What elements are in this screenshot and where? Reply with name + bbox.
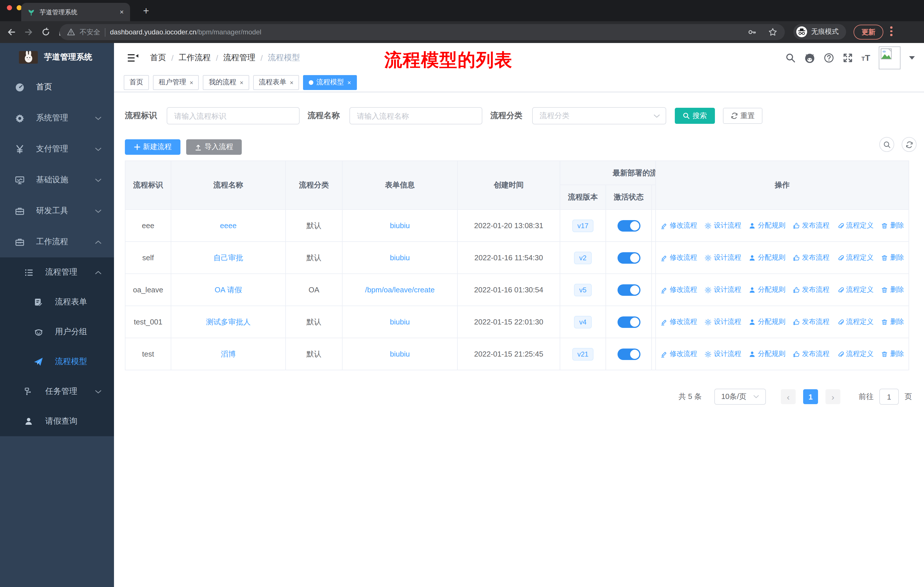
search-button[interactable]: 搜索 xyxy=(675,108,715,124)
process-name-link[interactable]: OA 请假 xyxy=(214,284,242,295)
process-definition-action[interactable]: 流程定义 xyxy=(837,349,874,359)
update-button[interactable]: 更新 xyxy=(853,25,883,40)
deploy-process-action[interactable]: 发布流程 xyxy=(793,253,830,263)
deploy-process-action[interactable]: 发布流程 xyxy=(793,285,830,294)
close-icon[interactable]: × xyxy=(190,79,193,86)
star-icon[interactable] xyxy=(768,28,777,37)
tag-process-model[interactable]: 流程模型× xyxy=(303,75,357,90)
sidebar-item-process-form[interactable]: 流程表单 xyxy=(0,287,114,317)
modify-process-action[interactable]: 修改流程 xyxy=(660,349,697,359)
sidebar-item-process-management[interactable]: 流程管理 xyxy=(0,257,114,287)
delete-action[interactable]: 删除 xyxy=(881,349,904,359)
breadcrumb-item[interactable]: 工作流程 xyxy=(179,53,211,63)
modify-process-action[interactable]: 修改流程 xyxy=(660,317,697,327)
tag-home[interactable]: 首页 xyxy=(124,75,149,90)
sidebar-item-task-management[interactable]: 任务管理 xyxy=(0,377,114,407)
close-icon[interactable]: × xyxy=(240,79,243,86)
warning-icon[interactable] xyxy=(67,28,75,36)
font-size-icon[interactable]: TT xyxy=(861,53,870,63)
forward-icon[interactable] xyxy=(22,25,36,39)
new-tab-button[interactable]: + xyxy=(139,4,153,18)
form-info-link[interactable]: /bpm/oa/leave/create xyxy=(365,286,435,294)
reset-button[interactable]: 重置 xyxy=(723,108,762,124)
url-text[interactable]: dashboard.yudao.iocoder.cn/bpm/manager/m… xyxy=(110,28,736,36)
security-warning-label[interactable]: 不安全 xyxy=(80,27,100,37)
fullscreen-icon[interactable] xyxy=(842,53,853,63)
sidebar-item-infrastructure[interactable]: 基础设施 xyxy=(0,165,114,195)
sidebar-item-workflow[interactable]: 工作流程 xyxy=(0,227,114,257)
deploy-process-action[interactable]: 发布流程 xyxy=(793,349,830,359)
assign-rule-action[interactable]: 分配规则 xyxy=(749,317,785,327)
breadcrumb-item[interactable]: 流程管理 xyxy=(223,53,256,63)
process-name-link[interactable]: 滔博 xyxy=(221,349,236,359)
active-toggle[interactable] xyxy=(617,220,640,231)
breadcrumb-item[interactable]: 首页 xyxy=(150,53,166,63)
assign-rule-action[interactable]: 分配规则 xyxy=(749,221,785,230)
form-info-link[interactable]: biubiu xyxy=(390,221,409,230)
process-name-link[interactable]: 自己审批 xyxy=(213,253,243,263)
design-process-action[interactable]: 设计流程 xyxy=(705,349,741,359)
close-window-button[interactable] xyxy=(7,5,12,10)
process-key-input[interactable] xyxy=(167,107,300,124)
reload-icon[interactable] xyxy=(39,25,53,39)
form-info-link[interactable]: biubiu xyxy=(390,350,409,358)
sidebar-item-home[interactable]: 首页 xyxy=(0,72,114,103)
assign-rule-action[interactable]: 分配规则 xyxy=(749,253,785,263)
help-icon[interactable] xyxy=(823,53,834,63)
modify-process-action[interactable]: 修改流程 xyxy=(660,285,697,294)
goto-page-input[interactable] xyxy=(879,389,899,405)
modify-process-action[interactable]: 修改流程 xyxy=(660,221,697,230)
caret-down-icon[interactable] xyxy=(909,56,915,60)
tag-tenant[interactable]: 租户管理× xyxy=(153,75,199,90)
deploy-process-action[interactable]: 发布流程 xyxy=(793,317,830,327)
sidebar-item-process-model[interactable]: 流程模型 xyxy=(0,347,114,377)
process-name-link[interactable]: 测试多审批人 xyxy=(206,317,251,327)
active-toggle[interactable] xyxy=(617,348,640,360)
current-page-button[interactable]: 1 xyxy=(803,389,818,404)
back-icon[interactable] xyxy=(5,25,18,39)
modify-process-action[interactable]: 修改流程 xyxy=(660,253,697,263)
process-name-input[interactable] xyxy=(350,107,482,124)
next-page-button[interactable]: › xyxy=(825,389,840,404)
sidebar-item-user-group[interactable]: 用户分组 xyxy=(0,317,114,347)
design-process-action[interactable]: 设计流程 xyxy=(705,221,741,230)
create-process-button[interactable]: 新建流程 xyxy=(125,139,180,155)
delete-action[interactable]: 删除 xyxy=(881,317,904,327)
sidebar-item-system[interactable]: 系统管理 xyxy=(0,103,114,134)
process-category-select[interactable]: 流程分类 xyxy=(532,107,666,124)
process-definition-action[interactable]: 流程定义 xyxy=(837,253,874,263)
delete-action[interactable]: 删除 xyxy=(881,253,904,263)
assign-rule-action[interactable]: 分配规则 xyxy=(749,349,785,359)
process-name-link[interactable]: eeee xyxy=(220,221,237,230)
tab-close-icon[interactable]: × xyxy=(120,8,124,16)
user-avatar[interactable] xyxy=(879,46,901,69)
more-menu-icon[interactable] xyxy=(890,26,892,36)
refresh-circle-icon[interactable] xyxy=(902,137,917,152)
sidebar-item-payment[interactable]: 支付管理 xyxy=(0,134,114,165)
active-toggle[interactable] xyxy=(617,316,640,327)
search-circle-icon[interactable] xyxy=(879,137,894,152)
deploy-process-action[interactable]: 发布流程 xyxy=(793,221,830,230)
sidebar-item-leave-query[interactable]: 请假查询 xyxy=(0,407,114,436)
sidebar-item-devtools[interactable]: 研发工具 xyxy=(0,195,114,227)
page-size-select[interactable]: 10条/页 xyxy=(714,389,766,405)
process-definition-action[interactable]: 流程定义 xyxy=(837,285,874,294)
process-definition-action[interactable]: 流程定义 xyxy=(837,221,874,230)
prev-page-button[interactable]: ‹ xyxy=(781,389,796,404)
close-icon[interactable]: × xyxy=(290,79,294,86)
active-toggle[interactable] xyxy=(617,252,640,263)
address-bar[interactable]: 不安全 dashboard.yudao.iocoder.cn/bpm/manag… xyxy=(59,24,785,40)
browser-tab[interactable]: 芋道管理系统 × xyxy=(21,3,130,21)
assign-rule-action[interactable]: 分配规则 xyxy=(749,285,785,294)
key-icon[interactable] xyxy=(747,28,757,37)
form-info-link[interactable]: biubiu xyxy=(390,253,409,262)
github-icon[interactable] xyxy=(804,53,815,63)
design-process-action[interactable]: 设计流程 xyxy=(705,317,741,327)
form-info-link[interactable]: biubiu xyxy=(390,317,409,326)
active-toggle[interactable] xyxy=(617,284,640,296)
design-process-action[interactable]: 设计流程 xyxy=(705,253,741,263)
tag-process-form[interactable]: 流程表单× xyxy=(253,75,299,90)
process-definition-action[interactable]: 流程定义 xyxy=(837,317,874,327)
delete-action[interactable]: 删除 xyxy=(881,221,904,230)
import-process-button[interactable]: 导入流程 xyxy=(186,139,242,155)
